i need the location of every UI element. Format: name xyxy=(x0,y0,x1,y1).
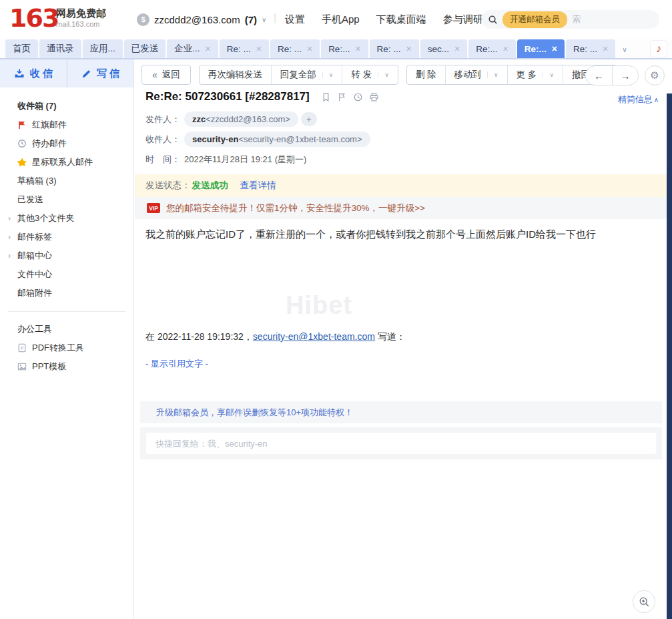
show-quoted-text-link[interactable]: - 显示引用文字 - xyxy=(145,358,208,370)
toolbar-button[interactable]: 删 除 xyxy=(407,65,445,84)
condense-info-link[interactable]: 精简信息∧ xyxy=(618,93,659,106)
toolbar-button[interactable]: 再次编辑发送 xyxy=(200,65,271,84)
toolbar-button[interactable]: 转 发∨ xyxy=(342,65,397,84)
receive-mail-button[interactable]: 收 信 xyxy=(0,59,67,87)
quick-reply-input[interactable] xyxy=(146,433,656,454)
vip-promo-banner[interactable]: VIP 您的邮箱安全待提升！仅需1分钟，安全性提升30%，一键升级>> xyxy=(135,197,672,219)
search-input[interactable]: 开通邮箱会员 索 xyxy=(482,10,659,29)
tab[interactable]: Re: ...× xyxy=(566,39,615,58)
from-name: zzc xyxy=(192,114,206,124)
previous-mail-button[interactable]: ← xyxy=(586,66,612,85)
toolbar-button[interactable]: 移动到∨ xyxy=(445,65,507,84)
account-unread-count: (7) xyxy=(245,14,257,25)
tab-label: Re: ... xyxy=(377,44,401,54)
star-icon xyxy=(17,158,27,168)
mail-toolbar: « 返回 再次编辑发送回复全部∨转 发∨ 删 除移动到∨更 多∨撤回邮件 xyxy=(141,65,617,85)
tab[interactable]: Re:...× xyxy=(321,39,368,58)
tab[interactable]: Re: ...× xyxy=(270,39,320,58)
to-label: 收件人： xyxy=(145,134,180,146)
tab-close-icon[interactable]: × xyxy=(552,44,557,53)
sidebar-folder-item[interactable]: 星标联系人邮件 xyxy=(0,153,133,172)
tab[interactable]: 已发送 xyxy=(124,39,166,58)
menu-item[interactable]: 参与调研 xyxy=(443,13,483,26)
next-mail-button[interactable]: → xyxy=(612,66,638,85)
quote-suffix: 写道： xyxy=(375,331,406,342)
tab[interactable]: 应用... xyxy=(83,39,123,58)
sidebar-folder-item[interactable]: 文件中心 xyxy=(0,265,133,284)
add-contact-button[interactable]: + xyxy=(301,112,317,126)
tab[interactable]: sec...× xyxy=(420,39,467,58)
sidebar-folder-item[interactable]: ›邮件标签 xyxy=(0,228,133,246)
tab-label: Re:... xyxy=(525,44,547,54)
account-menu[interactable]: $ zzcddd2@163.com (7) ∨ xyxy=(137,9,266,29)
tab-close-icon[interactable]: × xyxy=(503,44,509,53)
folder-label: 草稿箱 (3) xyxy=(17,175,57,187)
tab-overflow-chevron-icon[interactable]: ∨ xyxy=(622,45,627,54)
toolbar-group-1: 再次编辑发送回复全部∨转 发∨ xyxy=(199,65,398,85)
tab-close-icon[interactable]: × xyxy=(307,44,312,53)
toolbar-button[interactable]: 回复全部∨ xyxy=(271,65,342,84)
webmail-app: 163 网易免费邮 mail.163.com $ zzcddd2@163.com… xyxy=(0,0,672,619)
printer-icon[interactable] xyxy=(369,92,379,102)
tab-close-icon[interactable]: × xyxy=(406,44,412,53)
gear-icon[interactable]: ⚙ xyxy=(645,65,665,85)
ppt-icon xyxy=(17,362,27,372)
double-chevron-left-icon: « xyxy=(152,69,157,80)
menu-item[interactable]: 下载桌面端 xyxy=(376,13,426,26)
sidebar-folder-item[interactable]: 草稿箱 (3) xyxy=(0,172,133,190)
compose-mail-button[interactable]: 写 信 xyxy=(67,59,134,87)
clock-icon[interactable] xyxy=(353,92,363,102)
chevron-down-icon[interactable]: ∨ xyxy=(378,71,389,78)
to-contact-pill[interactable]: security-en <security-en@1xbet-team.com> xyxy=(184,132,370,147)
sidebar-folder-item[interactable]: 邮箱附件 xyxy=(0,284,133,302)
watermark: Hibet xyxy=(286,291,352,320)
bookmark-icon[interactable] xyxy=(321,92,331,102)
chevron-down-icon[interactable]: ∨ xyxy=(487,71,498,78)
tab-close-icon[interactable]: × xyxy=(603,44,608,53)
logo-163[interactable]: 163 xyxy=(9,3,58,33)
music-icon[interactable]: ♪ xyxy=(650,40,667,57)
tab[interactable]: 通讯录 xyxy=(39,39,81,58)
tab[interactable]: Re: ...× xyxy=(220,39,269,58)
sidebar-folder-item[interactable]: ›其他3个文件夹 xyxy=(0,209,133,228)
menu-item[interactable]: 手机App xyxy=(322,13,360,26)
vip-promo-text: 您的邮箱安全待提升！仅需1分钟，安全性提升30%，一键升级>> xyxy=(166,202,425,214)
toolbar-button-label: 再次编辑发送 xyxy=(208,69,262,81)
sidebar-folder-item[interactable]: 已发送 xyxy=(0,190,133,209)
tab[interactable]: Re:...× xyxy=(468,39,515,58)
tab[interactable]: 企业...× xyxy=(167,39,218,58)
sidebar-folder-item[interactable]: 红旗邮件 xyxy=(0,116,133,134)
sidebar-folder-item[interactable]: 待办邮件 xyxy=(0,134,133,153)
vip-badge-icon: VIP xyxy=(147,203,160,213)
menu-item[interactable]: 设置 xyxy=(285,13,305,26)
tools-list: PPDF转换工具PPT模板 xyxy=(0,339,133,376)
member-upgrade-pill[interactable]: 开通邮箱会员 xyxy=(502,11,567,28)
toolbar-button-label: 删 除 xyxy=(416,69,436,81)
chevron-up-icon: ∧ xyxy=(654,96,659,104)
tab-label: Re: ... xyxy=(573,44,597,54)
back-button[interactable]: « 返回 xyxy=(141,65,191,85)
member-upgrade-promo[interactable]: 升级邮箱会员，享邮件误删恢复等10+项功能特权！ xyxy=(140,401,662,423)
tab-close-icon[interactable]: × xyxy=(355,44,360,53)
tab-close-icon[interactable]: × xyxy=(256,44,262,53)
toolbar-button[interactable]: 更 多∨ xyxy=(507,65,563,84)
sidebar-folder-item[interactable]: PPDF转换工具 xyxy=(0,339,133,357)
zoom-in-button[interactable] xyxy=(633,590,655,613)
folder-label: 邮件标签 xyxy=(17,231,52,243)
tab[interactable]: Re: ...× xyxy=(370,39,419,58)
sidebar-folder-item[interactable]: ›邮箱中心 xyxy=(0,246,133,265)
from-contact-pill[interactable]: zzc <zzcddd2@163.com> xyxy=(184,112,298,127)
sidebar-folder-item[interactable]: PPT模板 xyxy=(0,357,133,376)
chevron-down-icon[interactable]: ∨ xyxy=(543,71,554,78)
tab-close-icon[interactable]: × xyxy=(206,44,211,53)
pencil-icon xyxy=(81,69,91,79)
clock-icon xyxy=(17,139,27,149)
view-details-link[interactable]: 查看详情 xyxy=(240,180,276,192)
flag-icon[interactable] xyxy=(337,92,347,102)
chevron-down-icon[interactable]: ∨ xyxy=(322,71,334,78)
tab-active[interactable]: Re:...× xyxy=(517,39,565,58)
quote-sender-link[interactable]: security-en@1xbet-team.com xyxy=(253,331,375,342)
sidebar-folder-item[interactable]: 收件箱 (7) xyxy=(0,97,133,116)
tab-close-icon[interactable]: × xyxy=(454,44,460,53)
tab[interactable]: 首页 xyxy=(5,39,38,58)
